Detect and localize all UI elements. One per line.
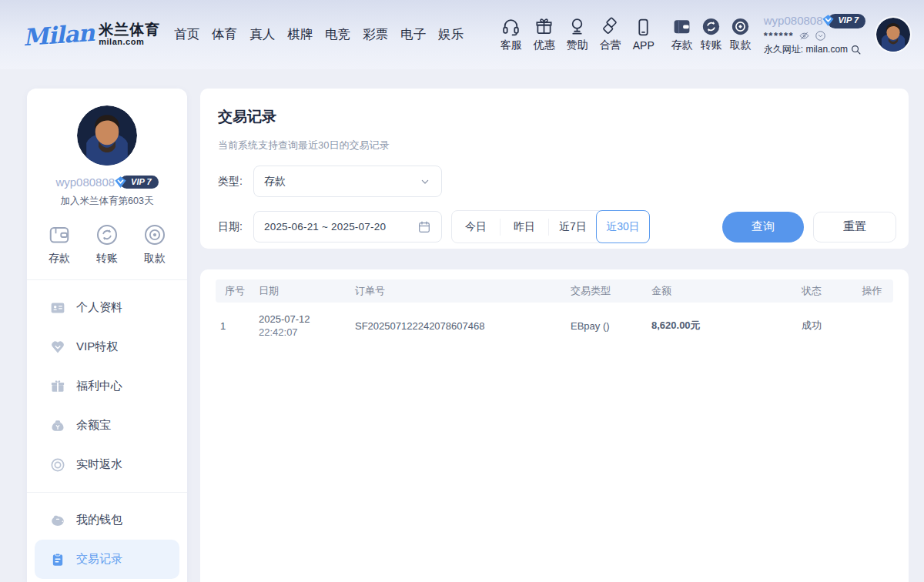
page-title: 交易记录: [218, 107, 896, 127]
row-amount: 8,620.00元: [647, 303, 797, 349]
toplink-label: 取款: [730, 38, 752, 52]
avatar[interactable]: [875, 16, 912, 53]
magnifier-icon[interactable]: [850, 44, 862, 55]
nav-item-lottery[interactable]: 彩票: [361, 22, 390, 48]
vip-badge: VIP 7: [828, 14, 866, 28]
id-card-icon: [50, 300, 65, 316]
date-filter-label: 日期:: [218, 220, 253, 234]
range-button-yesterday[interactable]: 昨日: [500, 211, 548, 242]
transfer-icon: [701, 17, 721, 36]
toplink-label: 赞助: [567, 38, 588, 52]
vip-gem-icon: [50, 340, 65, 355]
sidebar-item-my-wallet[interactable]: 我的钱包: [27, 500, 187, 540]
col-header-action: 操作: [851, 279, 893, 303]
range-button-7days[interactable]: 近7日: [549, 211, 597, 242]
phone-icon: [634, 18, 653, 37]
nav-item-entertainment[interactable]: 娱乐: [437, 22, 465, 48]
date-range-value: 2025-06-21 ~ 2025-07-20: [264, 221, 417, 232]
col-header-no: 序号: [216, 279, 254, 303]
logo[interactable]: Milan 米兰体育 milan.com: [23, 22, 160, 48]
toplink-label: 转账: [701, 38, 722, 52]
row-date: 2025-07-12 22:42:07: [254, 303, 350, 349]
col-header-date: 日期: [254, 279, 350, 303]
reset-button[interactable]: 重置: [813, 212, 896, 242]
nav-item-esports[interactable]: 电竞: [323, 22, 352, 48]
main-nav: 首页 体育 真人 棋牌 电竞 彩票 电子 娱乐: [172, 22, 465, 48]
type-select-value: 存款: [264, 175, 419, 189]
calendar-icon: [417, 220, 431, 234]
transfer-icon: [95, 223, 119, 246]
vip-label: VIP 7: [839, 15, 859, 25]
col-header-amount: 金额: [647, 279, 797, 303]
toplink-label: 合营: [600, 38, 621, 52]
toplink-deposit[interactable]: 存款: [671, 17, 693, 52]
nav-item-cards[interactable]: 棋牌: [286, 22, 314, 48]
nav-item-sports[interactable]: 体育: [210, 22, 239, 48]
piggy-bank-icon: [50, 513, 65, 528]
toplink-sponsor[interactable]: 赞助: [567, 17, 588, 52]
nav-item-live[interactable]: 真人: [248, 22, 276, 48]
date-range-input[interactable]: 2025-06-21 ~ 2025-07-20: [253, 211, 442, 242]
deposit-wallet-icon: [672, 17, 691, 36]
range-button-today[interactable]: 今日: [452, 211, 500, 242]
row-date-day: 2025-07-12: [259, 313, 350, 325]
vip-gem-icon: [113, 175, 128, 189]
partner-icon: [601, 17, 620, 36]
search-button[interactable]: 查询: [722, 212, 804, 242]
toplink-transfer[interactable]: 转账: [701, 17, 722, 52]
nav-item-slots[interactable]: 电子: [399, 22, 427, 48]
quick-action-label: 转账: [96, 252, 118, 266]
vip-gem-icon: [821, 13, 835, 28]
sidebar-item-label: 交易记录: [76, 552, 122, 567]
table-row: 1 2025-07-12 22:42:07 SF2025071222420786…: [216, 303, 893, 349]
quick-action-transfer[interactable]: 转账: [95, 223, 119, 266]
user-info: wyp080808 VIP 7 ****** 永久网址: milan.com: [764, 14, 865, 55]
nav-item-home[interactable]: 首页: [172, 22, 201, 48]
toplink-label: 优惠: [534, 38, 555, 52]
table-header-row: 序号 日期 订单号 交易类型 金额 状态 操作: [216, 279, 893, 303]
row-transaction-type: EBpay (): [566, 303, 647, 349]
toplink-label: 存款: [671, 38, 693, 52]
sidebar-item-profile[interactable]: 个人资料: [27, 288, 187, 327]
logo-title: 米兰体育: [99, 22, 160, 38]
toplink-label: 客服: [500, 38, 522, 52]
sidebar-item-yuebao[interactable]: 余额宝: [27, 406, 187, 445]
col-header-order: 订单号: [350, 279, 566, 303]
sidebar-item-label: 福利中心: [76, 379, 122, 393]
username: wyp080808: [764, 14, 823, 28]
deposit-wallet-icon: [48, 223, 71, 246]
chevron-circle-icon[interactable]: [815, 30, 826, 42]
sidebar-item-label: 我的钱包: [76, 513, 122, 527]
withdraw-icon: [143, 223, 166, 246]
row-no: 1: [216, 303, 254, 349]
type-select[interactable]: 存款: [253, 166, 442, 197]
sidebar-quick-actions: 存款 转账 取款: [27, 223, 187, 266]
col-header-status: 状态: [797, 279, 851, 303]
records-table-card: 序号 日期 订单号 交易类型 金额 状态 操作 1 2025-07-12 22:…: [200, 269, 909, 582]
masked-balance: ******: [764, 30, 794, 42]
toplink-service[interactable]: 客服: [500, 17, 522, 52]
eye-slash-icon[interactable]: [798, 30, 810, 42]
sidebar-item-rebate[interactable]: 实时返水: [27, 445, 187, 484]
logo-script: Milan: [22, 18, 95, 50]
records-table: 序号 日期 订单号 交易类型 金额 状态 操作 1 2025-07-12 22:…: [216, 279, 893, 349]
toplink-withdraw[interactable]: 取款: [730, 17, 752, 52]
toplink-promo[interactable]: 优惠: [534, 17, 555, 52]
filter-card: 交易记录 当前系统支持查询最近30日的交易记录 类型: 存款 日期: 2025-…: [200, 89, 909, 249]
toplink-app[interactable]: APP: [633, 18, 654, 52]
toplink-affiliate[interactable]: 合营: [600, 17, 621, 52]
sidebar-item-label: VIP特权: [76, 340, 118, 354]
sidebar-item-transaction-records[interactable]: 交易记录: [35, 540, 179, 579]
quick-action-withdraw[interactable]: 取款: [143, 223, 166, 266]
sidebar-item-label: 实时返水: [76, 457, 122, 472]
divider: [27, 492, 187, 493]
quick-action-deposit[interactable]: 存款: [48, 223, 71, 266]
permanent-url: 永久网址: milan.com: [764, 44, 848, 55]
toplink-label: APP: [633, 39, 654, 52]
sidebar-item-vip[interactable]: VIP特权: [27, 327, 187, 366]
avatar[interactable]: [77, 105, 137, 166]
range-button-30days[interactable]: 近30日: [596, 210, 650, 243]
sidebar-menu: 个人资料 VIP特权 福利中心 余额宝 实时返水 我的钱包 交易记录: [27, 280, 187, 579]
sidebar-item-welfare[interactable]: 福利中心: [27, 366, 187, 406]
page-subtitle: 当前系统支持查询最近30日的交易记录: [218, 139, 896, 152]
